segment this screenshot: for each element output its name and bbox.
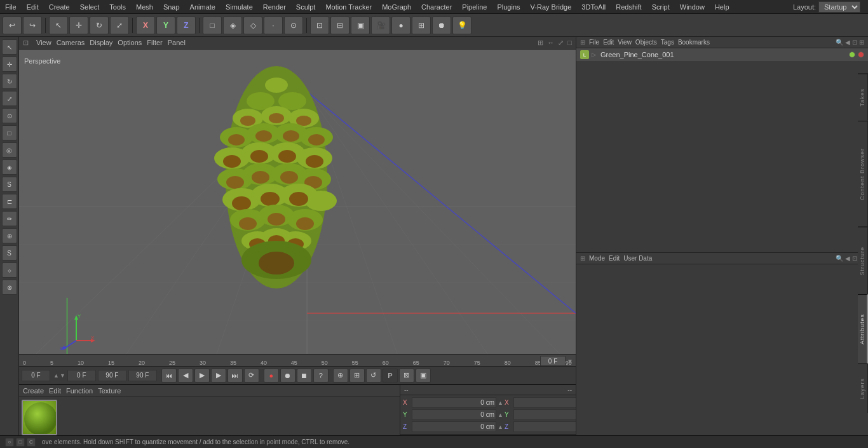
vtab-layers[interactable]: Layers	[858, 363, 868, 413]
status-icon-3[interactable]: C	[27, 438, 36, 447]
light-button[interactable]: 💡	[452, 17, 471, 34]
y-size-input[interactable]	[513, 409, 576, 420]
object-status-dot-2[interactable]	[858, 51, 864, 58]
material-edit[interactable]: Edit	[49, 387, 61, 395]
cameras-button[interactable]: 🎥	[371, 17, 390, 34]
left-tool-2[interactable]: ✛	[2, 57, 17, 72]
vtab-takes[interactable]: Takes	[858, 74, 868, 121]
status-icon-1[interactable]: ○	[5, 438, 14, 447]
viewport-icon-1[interactable]: ⊞	[538, 39, 543, 47]
polygon-mode-button[interactable]: ◈	[223, 17, 242, 34]
object-mode-button[interactable]: □	[203, 17, 222, 34]
am-icon-2[interactable]: ◀	[845, 255, 850, 262]
edge-mode-button[interactable]: ◇	[243, 17, 262, 34]
viewport-icon-3[interactable]: ⤢	[558, 39, 564, 47]
rewind-button[interactable]: ⏮	[161, 369, 177, 383]
om-objects[interactable]: Objects	[635, 39, 657, 46]
help-button[interactable]: ?	[313, 369, 329, 383]
scale-tool-2[interactable]: ⊞	[349, 369, 365, 383]
menu-window[interactable]: Window	[675, 2, 710, 12]
object-status-dot-1[interactable]	[849, 51, 855, 58]
menu-redshift[interactable]: Redshift	[611, 2, 646, 12]
viewport-expand-icon[interactable]: ⊡	[23, 39, 29, 47]
menu-character[interactable]: Character	[416, 2, 457, 12]
stop-button[interactable]: ⏹	[297, 369, 312, 383]
left-tool-11[interactable]: ✏	[2, 211, 17, 226]
material-function[interactable]: Function	[66, 387, 93, 395]
material-texture[interactable]: Texture	[98, 387, 121, 395]
viewport-icon-2[interactable]: ↔	[547, 39, 554, 47]
viewport-menu-view[interactable]: View	[36, 39, 51, 47]
frame-up-icon[interactable]: ▲	[53, 372, 59, 379]
viewport-menu-cameras[interactable]: Cameras	[57, 39, 85, 47]
om-bookmarks[interactable]: Bookmarks	[678, 39, 710, 46]
menu-3dtoall[interactable]: 3DToAll	[576, 2, 611, 12]
material-create[interactable]: Create	[23, 387, 44, 395]
left-tool-1[interactable]: ↖	[2, 39, 17, 55]
menu-mesh[interactable]: Mesh	[131, 2, 158, 12]
object-expand-icon[interactable]: ▷	[592, 51, 598, 58]
menu-create[interactable]: Create	[44, 2, 75, 12]
status-icon-2[interactable]: □	[16, 438, 25, 447]
x-size-input[interactable]	[513, 397, 576, 408]
left-tool-13[interactable]: S	[2, 245, 17, 261]
vtab-content-browser[interactable]: Content Browser	[858, 121, 868, 227]
timeline-ruler[interactable]: 0 5 10 15 20 25 30 35 40 45 50 55 60 65 …	[19, 354, 576, 367]
z-pos-arrow[interactable]: ▲	[498, 424, 503, 430]
point-mode-button[interactable]: ·	[264, 17, 283, 34]
frame-tool-2[interactable]: ▣	[416, 369, 431, 383]
am-edit[interactable]: Edit	[609, 255, 620, 262]
scale-tool-button[interactable]: ⤢	[110, 17, 129, 34]
move-tool-2[interactable]: ⊕	[333, 369, 348, 383]
om-tags[interactable]: Tags	[661, 39, 674, 46]
viewport-canvas[interactable]: Perspective	[19, 53, 576, 354]
frame-all-button[interactable]: ⊡	[310, 17, 329, 34]
left-tool-15[interactable]: ⊗	[2, 280, 17, 295]
viewport-menu-options[interactable]: Options	[118, 39, 142, 47]
search-icon[interactable]: 🔍	[836, 39, 843, 46]
menu-pipeline[interactable]: Pipeline	[457, 2, 492, 12]
y-pos-input[interactable]	[412, 409, 496, 420]
viewport[interactable]: ⊡ View Cameras Display Options Filter Pa…	[19, 37, 576, 354]
render-region-button[interactable]: ▣	[351, 17, 370, 34]
menu-snap[interactable]: Snap	[158, 2, 185, 12]
viewport-menu-filter[interactable]: Filter	[147, 39, 162, 47]
menu-file[interactable]: File	[0, 2, 22, 12]
left-tool-6[interactable]: □	[2, 125, 17, 140]
left-tool-5[interactable]: ⊙	[2, 108, 17, 123]
left-tool-12[interactable]: ⊕	[2, 228, 17, 243]
rotate-tool-2[interactable]: ↺	[366, 369, 381, 383]
om-toolbar-icon-1[interactable]: ◀	[845, 39, 850, 46]
pre-frame-input[interactable]	[67, 370, 96, 381]
left-tool-10[interactable]: ⊏	[2, 194, 17, 209]
am-icon-3[interactable]: ⊡	[852, 255, 857, 262]
menu-edit[interactable]: Edit	[22, 2, 44, 12]
left-tool-14[interactable]: ⟐	[2, 262, 17, 278]
total-frame-input[interactable]	[128, 370, 157, 381]
om-file[interactable]: File	[589, 39, 599, 46]
menu-plugins[interactable]: Plugins	[492, 2, 525, 12]
menu-simulate[interactable]: Simulate	[220, 2, 258, 12]
viewport-menu-panel[interactable]: Panel	[168, 39, 186, 47]
om-view[interactable]: View	[618, 39, 632, 46]
record-button[interactable]: ⏺	[280, 369, 295, 383]
menu-vray[interactable]: V-Ray Bridge	[526, 2, 577, 12]
frame-down-icon[interactable]: ▼	[60, 372, 65, 379]
menu-select[interactable]: Select	[75, 2, 105, 12]
fastforward-button[interactable]: ⏭	[227, 369, 243, 383]
menu-sculpt[interactable]: Sculpt	[291, 2, 321, 12]
menu-help[interactable]: Help	[710, 2, 735, 12]
viewport-icon-4[interactable]: □	[567, 39, 572, 47]
grid-tool-2[interactable]: ⊠	[399, 369, 414, 383]
am-icon-1[interactable]: 🔍	[836, 255, 843, 262]
x-pos-arrow[interactable]: ▲	[498, 400, 503, 406]
menu-script[interactable]: Script	[647, 2, 675, 12]
frame-arrow[interactable]: ▼	[567, 358, 573, 365]
rotate-tool-button[interactable]: ↻	[90, 17, 109, 34]
am-userdata[interactable]: User Data	[623, 255, 652, 262]
move-tool-button[interactable]: ✛	[69, 17, 88, 34]
record-button[interactable]: ⏺	[432, 17, 451, 34]
loop-button[interactable]: ⟳	[244, 369, 259, 383]
object-list-row[interactable]: L ▷ Green_Pine_Cone_001	[576, 48, 868, 61]
left-tool-9[interactable]: S	[2, 177, 17, 192]
